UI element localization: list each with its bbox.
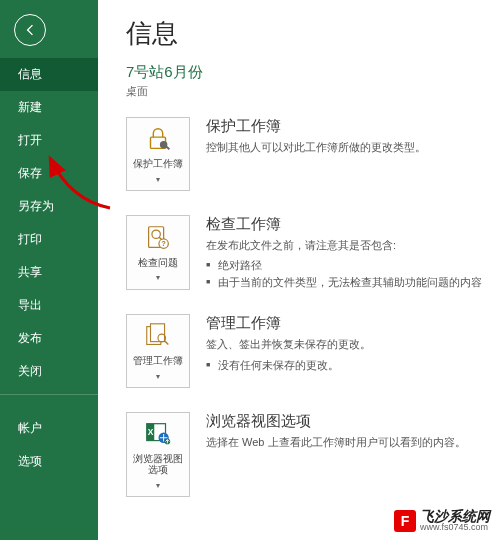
section-desc: 在发布此文件之前，请注意其是否包含: [206,238,490,254]
svg-text:?: ? [161,239,166,248]
nav-item-1[interactable]: 新建 [0,91,98,124]
manage-icon [143,321,173,351]
chevron-down-icon: ▾ [156,175,160,184]
button-label: 检查问题 [138,257,178,269]
section-heading: 保护工作簿 [206,117,490,136]
section-desc: 签入、签出并恢复未保存的更改。 [206,337,490,353]
section-info: 管理工作簿签入、签出并恢复未保存的更改。没有任何未保存的更改。 [206,314,490,388]
nav-item-3[interactable]: 保存 [0,157,98,190]
section-heading: 浏览器视图选项 [206,412,490,431]
section-info: 保护工作簿控制其他人可以对此工作簿所做的更改类型。 [206,117,490,191]
inspect-icon: ? [143,223,173,253]
nav-item-9[interactable]: 关闭 [0,355,98,388]
section-0: 保护工作簿▾保护工作簿控制其他人可以对此工作簿所做的更改类型。 [126,117,490,191]
section-1: ?检查问题▾检查工作簿在发布此文件之前，请注意其是否包含:绝对路径由于当前的文件… [126,215,490,291]
section-button-1[interactable]: ?检查问题▾ [126,215,190,291]
watermark: F 飞沙系统网 www.fs0745.com [394,509,490,532]
nav-item-0[interactable]: 信息 [0,58,98,91]
section-heading: 管理工作簿 [206,314,490,333]
svg-line-11 [165,341,169,345]
watermark-icon: F [394,510,416,532]
backstage-sidebar: 信息新建打开保存另存为打印共享导出发布关闭 帐户选项 [0,0,98,540]
nav-item-6[interactable]: 共享 [0,256,98,289]
nav-item-8[interactable]: 发布 [0,322,98,355]
chevron-down-icon: ▾ [156,481,160,490]
nav-item-4[interactable]: 另存为 [0,190,98,223]
section-3: X浏览器视图选项▾浏览器视图选项选择在 Web 上查看此工作簿时用户可以看到的内… [126,412,490,497]
svg-text:X: X [148,427,154,437]
section-button-2[interactable]: 管理工作簿▾ [126,314,190,388]
section-button-3[interactable]: X浏览器视图选项▾ [126,412,190,497]
chevron-down-icon: ▾ [156,372,160,381]
browser-icon: X [143,419,173,449]
watermark-name: 飞沙系统网 [420,509,490,523]
section-info: 检查工作簿在发布此文件之前，请注意其是否包含:绝对路径由于当前的文件类型，无法检… [206,215,490,291]
section-list: 没有任何未保存的更改。 [206,357,490,374]
arrow-left-icon [22,22,38,38]
section-desc: 控制其他人可以对此工作簿所做的更改类型。 [206,140,490,156]
page-title: 信息 [126,16,490,51]
section-info: 浏览器视图选项选择在 Web 上查看此工作簿时用户可以看到的内容。 [206,412,490,497]
watermark-url: www.fs0745.com [420,523,490,532]
section-2: 管理工作簿▾管理工作簿签入、签出并恢复未保存的更改。没有任何未保存的更改。 [126,314,490,388]
back-button[interactable] [14,14,46,46]
list-item: 由于当前的文件类型，无法检查其辅助功能问题的内容 [206,274,490,291]
section-list: 绝对路径由于当前的文件类型，无法检查其辅助功能问题的内容 [206,257,490,290]
chevron-down-icon: ▾ [156,273,160,282]
document-location: 桌面 [126,84,490,99]
svg-rect-9 [151,324,165,342]
nav-item-5[interactable]: 打印 [0,223,98,256]
protect-icon [143,124,173,154]
section-button-0[interactable]: 保护工作簿▾ [126,117,190,191]
list-item: 绝对路径 [206,257,490,274]
button-label: 浏览器视图选项 [129,453,187,476]
nav-footer-1[interactable]: 选项 [0,445,98,478]
document-name[interactable]: 7号站6月份 [126,63,490,82]
section-heading: 检查工作簿 [206,215,490,234]
nav-item-7[interactable]: 导出 [0,289,98,322]
button-label: 保护工作簿 [133,158,183,170]
nav-footer-0[interactable]: 帐户 [0,412,98,445]
list-item: 没有任何未保存的更改。 [206,357,490,374]
section-desc: 选择在 Web 上查看此工作簿时用户可以看到的内容。 [206,435,490,451]
button-label: 管理工作簿 [133,355,183,367]
main-panel: 信息 7号站6月份 桌面 保护工作簿▾保护工作簿控制其他人可以对此工作簿所做的更… [98,0,500,540]
nav-item-2[interactable]: 打开 [0,124,98,157]
